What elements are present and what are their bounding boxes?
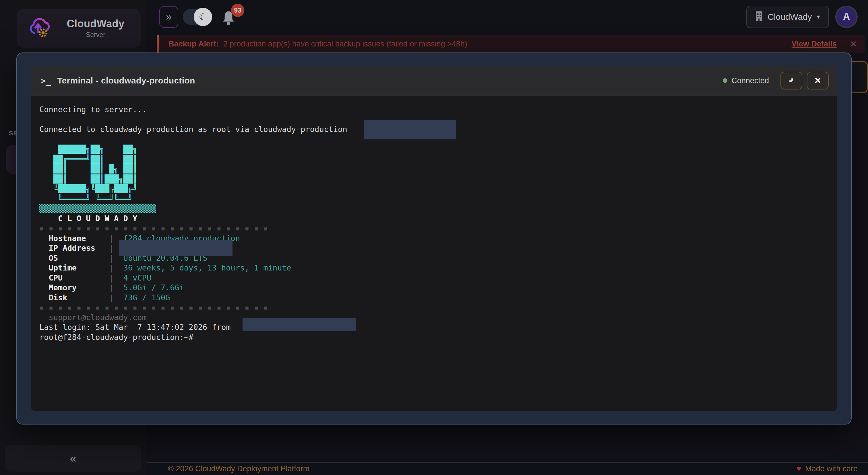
sidebar-bottom-bar: « <box>5 445 141 472</box>
info-separator: | <box>110 243 114 252</box>
info-label: OS <box>39 253 110 263</box>
cloudwady-logo-icon <box>26 15 53 41</box>
cloudwady-ascii-logo: ██████╗██╗ ██╗ ██╔════╝██║ ██║ ██║ ██║ █… <box>39 144 837 204</box>
building-icon <box>754 11 764 23</box>
terminal-line: Connecting to server... <box>39 105 837 115</box>
connection-status: Connected <box>723 76 769 85</box>
dotted-separator: ▪ ▪ ▪ ▪ ▪ ▪ ▪ ▪ ▪ ▪ ▪ ▪ ▪ ▪ ▪ ▪ ▪ ▪ ▪ ▪ … <box>39 224 837 234</box>
support-email-line: support@cloudwady.com <box>39 313 837 323</box>
moon-icon: ☾ <box>194 8 212 26</box>
close-icon <box>813 76 822 86</box>
ascii-halftone-strip: ▒▒▒▒▒▒▒▒▒▒▒▒▒▒▒▒▒▒▒▒▒▒▒▒▒ <box>39 204 837 214</box>
made-with-text: Made with care <box>805 464 858 473</box>
system-info-row: CPU | 4 vCPU <box>39 273 837 283</box>
copyright-text: © 2026 CloudWady Deployment Platform <box>168 464 309 473</box>
ascii-wordmark: C L O U D W A D Y <box>39 214 837 224</box>
redaction-block <box>119 240 232 256</box>
info-label: CPU <box>39 273 110 282</box>
expand-terminal-button[interactable] <box>780 72 802 90</box>
dark-mode-toggle[interactable]: ☾ <box>183 9 211 25</box>
shell-prompt-line: root@f284-cloudwady-production:~# <box>39 333 837 342</box>
brand-text: CloudWady Server <box>60 18 131 39</box>
info-separator: | <box>110 273 114 282</box>
sidebar-collapse-button[interactable]: « <box>64 452 82 464</box>
info-separator: | <box>110 253 114 263</box>
system-info-row: Disk | 73G / 150G <box>39 293 837 303</box>
terminal-header: >_ Terminal - cloudwady-production Conne… <box>31 66 837 96</box>
terminal-modal: >_ Terminal - cloudwady-production Conne… <box>17 53 851 425</box>
redaction-block <box>364 120 456 139</box>
close-terminal-button[interactable] <box>807 72 829 90</box>
info-label: Disk <box>39 293 110 302</box>
info-label: Uptime <box>39 263 110 272</box>
info-separator: | <box>110 283 114 292</box>
dotted-separator: ▪ ▪ ▪ ▪ ▪ ▪ ▪ ▪ ▪ ▪ ▪ ▪ ▪ ▪ ▪ ▪ ▪ ▪ ▪ ▪ … <box>39 303 837 313</box>
info-value: 5.0Gi / 7.6Gi <box>114 283 184 292</box>
terminal-header-actions: Connected <box>723 72 829 90</box>
terminal-title: Terminal - cloudwady-production <box>57 76 195 86</box>
footer: © 2026 CloudWady Deployment Platform ♥ M… <box>147 462 868 475</box>
info-value: 4 vCPU <box>114 273 151 282</box>
last-login-line: Last login: Sat Mar 7 13:47:02 2026 from <box>39 323 837 333</box>
view-details-link[interactable]: View Details <box>792 40 837 48</box>
redaction-block <box>243 318 356 331</box>
alert-message: 2 production app(s) have critical backup… <box>223 40 467 48</box>
user-avatar[interactable]: A <box>835 6 858 28</box>
topbar: » ☾ 93 <box>147 0 868 34</box>
system-info-row: Uptime | 36 weeks, 5 days, 13 hours, 1 m… <box>39 263 837 273</box>
info-value: 36 weeks, 5 days, 13 hours, 1 minute <box>114 263 291 272</box>
status-text: Connected <box>732 76 769 85</box>
org-name-label: CloudWady <box>768 12 812 22</box>
terminal-output[interactable]: Connecting to server... Connected to clo… <box>31 96 837 411</box>
info-value: 73G / 150G <box>114 293 170 302</box>
backup-alert-banner: Backup Alert: 2 production app(s) have c… <box>157 35 865 53</box>
brand-logo-card[interactable]: CloudWady Server <box>17 9 141 47</box>
notification-count-badge: 93 <box>231 4 244 17</box>
expand-icon <box>787 76 796 86</box>
system-info-row: Memory | 5.0Gi / 7.6Gi <box>39 283 837 293</box>
heart-icon: ♥ <box>797 464 801 473</box>
alert-label: Backup Alert: <box>168 40 219 48</box>
brand-title: CloudWady <box>67 18 124 30</box>
info-label: Hostname <box>39 234 110 243</box>
notifications-bell[interactable]: 93 <box>221 6 237 28</box>
info-separator: | <box>110 293 114 302</box>
terminal-window: >_ Terminal - cloudwady-production Conne… <box>31 66 837 411</box>
info-label: Memory <box>39 283 110 292</box>
info-separator: | <box>110 234 114 243</box>
alert-close-icon[interactable]: ✕ <box>850 39 857 49</box>
status-dot-icon <box>723 78 727 83</box>
chevron-down-icon: ▼ <box>816 14 821 20</box>
info-label: IP Address <box>39 243 110 252</box>
sidebar-expand-button[interactable]: » <box>159 6 178 28</box>
app-root: CloudWady Server SE « » ☾ 93 <box>0 0 868 475</box>
brand-subtitle: Server <box>86 31 105 39</box>
org-switcher-button[interactable]: CloudWady ▼ <box>746 6 829 28</box>
terminal-prompt-icon: >_ <box>40 76 51 86</box>
info-separator: | <box>110 263 114 272</box>
